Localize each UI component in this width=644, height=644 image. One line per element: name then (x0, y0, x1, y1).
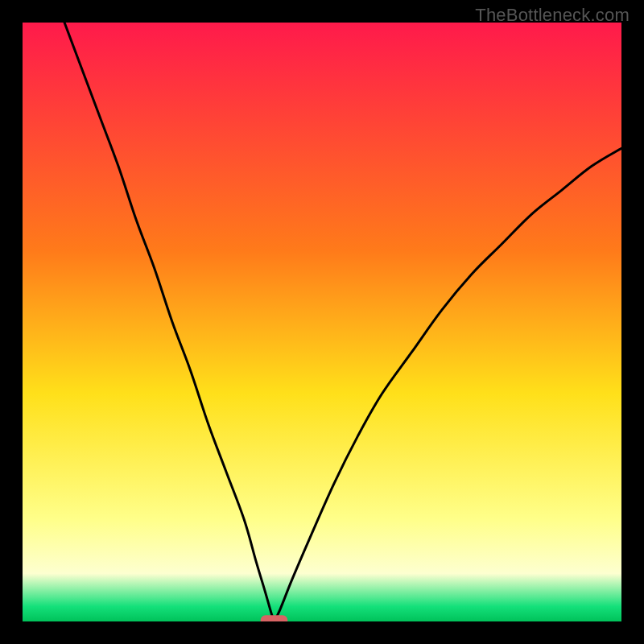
plot-area (23, 23, 621, 621)
optimum-marker (261, 615, 287, 621)
gradient-background (23, 23, 621, 621)
chart-frame: TheBottleneck.com (0, 0, 644, 644)
chart-svg (23, 23, 621, 621)
